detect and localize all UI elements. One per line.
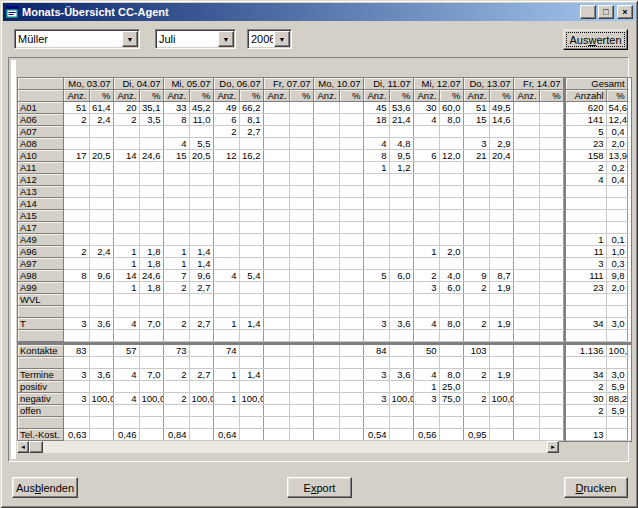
cell-anz: 3 — [463, 138, 489, 150]
cell-anz: 30 — [413, 102, 439, 114]
row-label: A96 — [18, 246, 63, 258]
cell-anz: 33 — [163, 102, 189, 114]
column-header-pct: % — [239, 90, 263, 102]
cell-anz — [163, 186, 189, 198]
cell-anz — [413, 234, 439, 246]
cell-gesamt-anzahl — [566, 306, 606, 318]
cell-anz — [413, 162, 439, 174]
chevron-down-icon[interactable]: ▼ — [122, 31, 138, 47]
cell-pct — [289, 417, 313, 429]
cell-pct: 9,6 — [89, 270, 113, 282]
cell-anz — [263, 198, 289, 210]
cell-anz: 17 — [63, 150, 89, 162]
cell-pct — [539, 357, 563, 369]
cell-pct: 1,9 — [489, 318, 513, 330]
cell-anz — [513, 393, 539, 405]
cell-pct — [239, 357, 263, 369]
cell-anz — [213, 138, 239, 150]
cell-anz — [363, 198, 389, 210]
chevron-down-icon[interactable]: ▼ — [274, 31, 290, 47]
cell-pct: 49,5 — [489, 102, 513, 114]
cell-anz — [313, 294, 339, 306]
table-row: A17 — [18, 222, 631, 234]
cell-pct — [289, 429, 313, 441]
cell-pct — [339, 126, 363, 138]
cell-anz: 4 — [413, 114, 439, 126]
close-button[interactable]: × — [617, 5, 633, 19]
cell-anz — [513, 357, 539, 369]
table-row: WVL — [18, 294, 631, 306]
cell-pct — [339, 270, 363, 282]
cell-pct — [89, 405, 113, 417]
h-scrollbar[interactable]: ◄ ► — [17, 441, 559, 453]
auswerten-button[interactable]: Auswerten — [563, 29, 628, 50]
cell-pct — [439, 330, 463, 342]
cell-anz — [263, 270, 289, 282]
cell-anz — [213, 417, 239, 429]
cell-pct: 1,4 — [189, 246, 213, 258]
cell-anz — [513, 294, 539, 306]
cell-anz: 2 — [163, 369, 189, 381]
drucken-button[interactable]: Drucken — [564, 477, 628, 498]
scroll-right-button[interactable]: ► — [547, 441, 559, 453]
year-combobox[interactable]: 2006 ▼ — [247, 29, 292, 49]
cell-gesamt-pct — [606, 210, 627, 222]
scroll-track[interactable] — [43, 441, 547, 453]
cell-anz: 5 — [363, 270, 389, 282]
cell-anz — [363, 126, 389, 138]
cell-pct — [139, 345, 163, 357]
filler-cell — [627, 270, 631, 282]
cell-anz: 15 — [163, 150, 189, 162]
cell-anz: 1 — [213, 369, 239, 381]
cell-gesamt-anzahl: 111 — [566, 270, 606, 282]
chevron-down-icon[interactable]: ▼ — [218, 31, 234, 47]
table-row: negativ3100,04100,02100,01100,03100,0375… — [18, 393, 631, 405]
filler-cell — [627, 381, 631, 393]
cell-pct — [239, 417, 263, 429]
cell-pct — [389, 306, 413, 318]
cell-pct: 45,2 — [189, 102, 213, 114]
cell-pct — [339, 174, 363, 186]
cell-anz — [63, 282, 89, 294]
minimize-button[interactable]: _ — [580, 5, 596, 19]
cell-pct — [339, 345, 363, 357]
month-combobox[interactable]: Juli ▼ — [155, 29, 236, 49]
cell-anz — [213, 198, 239, 210]
cell-pct — [339, 369, 363, 381]
scroll-thumb[interactable] — [29, 441, 43, 453]
maximize-button[interactable]: □ — [598, 5, 614, 19]
cell-anz — [163, 198, 189, 210]
cell-pct — [289, 198, 313, 210]
cell-gesamt-pct: 9,8 — [606, 270, 627, 282]
cell-pct — [489, 258, 513, 270]
cell-anz — [113, 234, 139, 246]
cell-anz: 15 — [463, 114, 489, 126]
cell-gesamt-pct: 0,4 — [606, 174, 627, 186]
cell-anz — [213, 330, 239, 342]
table-row: A0845,544,832,9232,0 — [18, 138, 631, 150]
agent-combobox[interactable]: Müller ▼ — [14, 29, 140, 49]
cell-pct — [289, 345, 313, 357]
cell-anz — [113, 306, 139, 318]
cell-pct — [89, 174, 113, 186]
cell-pct — [339, 234, 363, 246]
cell-anz: 1 — [363, 162, 389, 174]
cell-anz — [413, 306, 439, 318]
cell-pct — [539, 369, 563, 381]
cell-pct: 75,0 — [439, 393, 463, 405]
cell-pct — [289, 174, 313, 186]
cell-pct — [89, 138, 113, 150]
export-button[interactable]: Export — [287, 477, 352, 498]
cell-gesamt-anzahl: 3 — [566, 258, 606, 270]
cell-anz — [413, 138, 439, 150]
ausblenden-button[interactable]: Ausblenden — [12, 477, 78, 498]
scroll-left-button[interactable]: ◄ — [17, 441, 29, 453]
cell-anz: 49 — [213, 102, 239, 114]
cell-pct — [239, 429, 263, 441]
cell-pct: 8,1 — [239, 114, 263, 126]
row-label — [18, 417, 63, 429]
cell-pct — [289, 102, 313, 114]
cell-pct — [139, 417, 163, 429]
cell-anz — [513, 198, 539, 210]
column-header-day: Do, 06.07 — [213, 78, 263, 90]
